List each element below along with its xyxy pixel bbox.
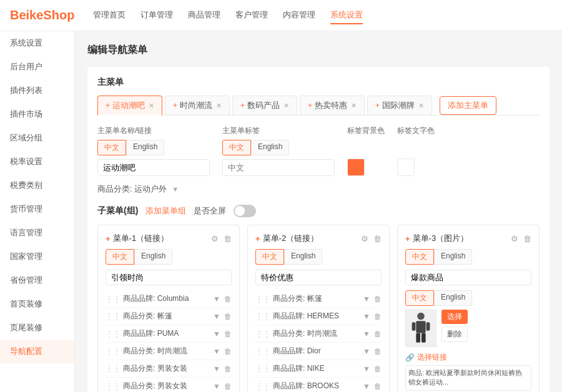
name-lang-en[interactable]: English: [126, 140, 164, 155]
chevron-down-icon[interactable]: ▼: [363, 365, 370, 373]
sidebar-item-language[interactable]: 语言管理: [0, 221, 74, 245]
sub-col1-lang-en[interactable]: English: [134, 249, 172, 265]
tab-sports[interactable]: + 运动潮吧 ✕: [97, 96, 162, 115]
delete-item-icon[interactable]: 🗑: [224, 382, 232, 391]
sub-col2-lang-en[interactable]: English: [284, 249, 322, 265]
chevron-down-icon[interactable]: ▼: [213, 312, 220, 321]
delete-item-icon[interactable]: 🗑: [224, 330, 232, 338]
sub-col3-img-lang-en[interactable]: English: [434, 290, 472, 306]
delete-item-icon[interactable]: 🗑: [374, 330, 382, 338]
sidebar-item-tax-rate[interactable]: 税率设置: [0, 150, 74, 174]
bg-color-picker[interactable]: [347, 159, 365, 176]
sub-col3-img-lang-cn[interactable]: 中文: [405, 290, 434, 306]
nav-item-orders[interactable]: 订单管理: [140, 7, 173, 24]
delete-icon-col1[interactable]: 🗑: [224, 234, 232, 243]
delete-image-button[interactable]: 删除: [441, 326, 468, 342]
text-color-picker[interactable]: [397, 159, 415, 176]
delete-icon-col3[interactable]: 🗑: [523, 234, 531, 243]
chevron-down-icon[interactable]: ▼: [363, 330, 370, 338]
settings-icon-col3[interactable]: ⚙: [511, 234, 518, 243]
tab-del-icon[interactable]: ✕: [149, 102, 154, 110]
sidebar-item-regions[interactable]: 区域分组: [0, 126, 74, 150]
sub-col2-input[interactable]: [255, 270, 382, 285]
sidebar-item-home-decor[interactable]: 首页装修: [0, 292, 74, 316]
sidebar-item-market[interactable]: 插件市场: [0, 102, 74, 126]
drag-handle-icon[interactable]: ⋮⋮: [106, 295, 121, 303]
main-menu-form-row: 主菜单名称/链接 中文 English 运动潮吧 主菜单标签 中文 Englis…: [97, 125, 540, 176]
chevron-down-icon[interactable]: ▼: [363, 312, 370, 321]
tab-del-icon-3[interactable]: ✕: [283, 102, 289, 110]
tab-digital[interactable]: + 数码产品 ✕: [232, 96, 297, 115]
tab-del-icon-5[interactable]: ✕: [418, 102, 424, 110]
name-lang-cn[interactable]: 中文: [97, 140, 126, 155]
sidebar-item-users[interactable]: 后台用户: [0, 55, 74, 79]
delete-item-icon[interactable]: 🗑: [374, 382, 382, 391]
chevron-down-icon[interactable]: ▼: [363, 295, 370, 303]
sub-col3-lang-cn[interactable]: 中文: [405, 249, 434, 265]
nav-item-settings[interactable]: 系统设置: [330, 7, 363, 24]
drag-handle-icon[interactable]: ⋮⋮: [106, 312, 121, 321]
add-group-button[interactable]: 添加菜单组: [145, 205, 186, 217]
delete-item-icon[interactable]: 🗑: [224, 365, 232, 373]
drag-handle-icon[interactable]: ⋮⋮: [106, 330, 121, 338]
delete-item-icon[interactable]: 🗑: [224, 312, 232, 321]
chevron-down-icon[interactable]: ▼: [213, 382, 220, 391]
chevron-down-icon[interactable]: ▼: [363, 347, 370, 356]
select-link-row[interactable]: 🔗 选择链接: [405, 352, 531, 363]
sidebar-item-country[interactable]: 国家管理: [0, 245, 74, 268]
sidebar-item-nav[interactable]: 导航配置: [0, 340, 74, 363]
delete-item-icon[interactable]: 🗑: [374, 365, 382, 373]
drag-handle-icon[interactable]: ⋮⋮: [255, 312, 270, 321]
sub-col3-lang-en[interactable]: English: [434, 249, 472, 265]
drag-handle-icon[interactable]: ⋮⋮: [255, 295, 270, 303]
chevron-down-icon[interactable]: ▼: [213, 365, 220, 373]
drag-handle-icon[interactable]: ⋮⋮: [255, 347, 270, 356]
sidebar-item-currency[interactable]: 货币管理: [0, 197, 74, 221]
delete-item-icon[interactable]: 🗑: [374, 312, 382, 321]
delete-item-icon[interactable]: 🗑: [224, 347, 232, 356]
drag-handle-icon[interactable]: ⋮⋮: [255, 330, 270, 338]
sidebar-item-plugins[interactable]: 插件列表: [0, 79, 74, 102]
drag-handle-icon[interactable]: ⋮⋮: [255, 382, 270, 391]
tag-lang-cn[interactable]: 中文: [222, 140, 251, 155]
sidebar-item-system[interactable]: 系统设置: [0, 31, 74, 55]
sub-col2-lang-cn[interactable]: 中文: [255, 249, 284, 265]
nav-item-customers[interactable]: 客户管理: [235, 7, 268, 24]
drag-handle-icon[interactable]: ⋮⋮: [106, 382, 121, 391]
nav-item-home[interactable]: 管理首页: [93, 7, 126, 24]
tab-intl[interactable]: + 国际潮牌 ✕: [367, 96, 432, 115]
sub-col1-input[interactable]: [106, 270, 232, 285]
name-input[interactable]: 运动潮吧: [97, 159, 210, 176]
chevron-down-icon[interactable]: ▼: [213, 295, 220, 303]
nav-item-products[interactable]: 商品管理: [188, 7, 220, 24]
delete-item-icon[interactable]: 🗑: [374, 347, 382, 356]
settings-icon-col1[interactable]: ⚙: [211, 234, 219, 243]
item-actions: ▼ 🗑: [363, 295, 382, 303]
sidebar-item-province[interactable]: 省份管理: [0, 268, 74, 292]
fullscreen-toggle[interactable]: [234, 205, 256, 217]
chevron-down-icon[interactable]: ▼: [363, 382, 370, 391]
delete-item-icon[interactable]: 🗑: [224, 295, 232, 303]
tab-del-icon-2[interactable]: ✕: [216, 102, 222, 110]
delete-icon-col2[interactable]: 🗑: [373, 234, 382, 243]
chevron-down-icon[interactable]: ▼: [213, 347, 220, 356]
sub-col3-input[interactable]: [405, 270, 531, 285]
chevron-down-icon[interactable]: ▼: [213, 330, 220, 338]
tab-fashion[interactable]: + 时尚潮流 ✕: [165, 96, 230, 115]
sidebar-item-footer-decor[interactable]: 页尾装修: [0, 316, 74, 340]
drag-handle-icon[interactable]: ⋮⋮: [255, 365, 270, 373]
drag-handle-icon[interactable]: ⋮⋮: [106, 347, 121, 356]
delete-item-icon[interactable]: 🗑: [374, 295, 382, 303]
select-image-button[interactable]: 选择: [441, 310, 468, 324]
sub-col1-lang-cn[interactable]: 中文: [106, 249, 134, 265]
add-main-menu-button[interactable]: 添加主菜单: [440, 96, 496, 115]
drag-handle-icon[interactable]: ⋮⋮: [106, 365, 121, 373]
list-item: ⋮⋮ 商品品牌: HERMES ▼ 🗑: [255, 308, 382, 325]
tag-input[interactable]: [222, 159, 335, 176]
tab-deals[interactable]: + 热卖特惠 ✕: [300, 96, 365, 115]
tag-lang-en[interactable]: English: [251, 140, 289, 155]
tab-del-icon-4[interactable]: ✕: [351, 102, 357, 110]
nav-item-content[interactable]: 内容管理: [283, 7, 315, 24]
sidebar-item-tax-cat[interactable]: 税费类别: [0, 174, 74, 197]
settings-icon-col2[interactable]: ⚙: [361, 234, 368, 243]
